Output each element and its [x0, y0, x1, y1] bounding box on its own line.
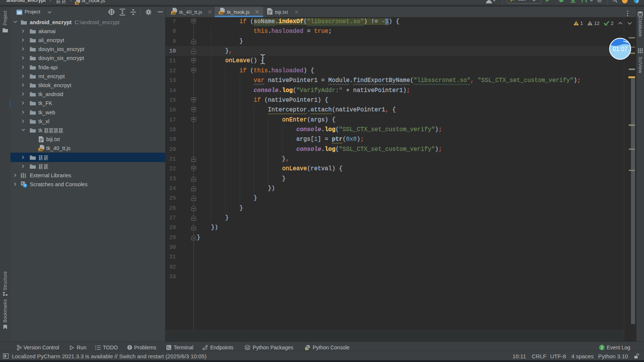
- svg-text:JS: JS: [39, 148, 42, 152]
- svg-text:2: 2: [601, 345, 603, 350]
- svg-text:01:07: 01:07: [613, 46, 628, 52]
- svg-text:JS: JS: [172, 12, 175, 15]
- svg-text:JS: JS: [76, 2, 79, 4]
- svg-text:JS: JS: [220, 12, 223, 15]
